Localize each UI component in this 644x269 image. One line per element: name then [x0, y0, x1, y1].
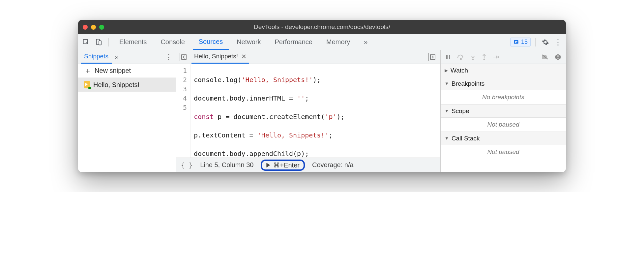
step-icon[interactable] [493, 54, 499, 60]
snippet-item-label: Hello, Snippets! [93, 81, 139, 89]
snippet-item[interactable]: Hello, Snippets! [78, 78, 176, 92]
sources-navigator: Snippets » ⋮ ＋ New snippet Hello, Snippe… [78, 50, 176, 172]
svg-rect-5 [430, 55, 435, 59]
disclosure-triangle-icon: ▶ [445, 68, 448, 73]
show-debugger-icon[interactable] [428, 53, 437, 61]
new-snippet-label: New snippet [95, 67, 131, 75]
line-number: 4 [183, 94, 187, 103]
play-icon [266, 163, 271, 167]
step-into-icon[interactable] [470, 54, 476, 60]
svg-rect-2 [99, 41, 101, 45]
step-over-icon[interactable] [457, 54, 464, 60]
disclosure-triangle-icon: ▼ [445, 81, 449, 86]
svg-point-8 [460, 58, 461, 60]
navigator-tabs: Snippets » ⋮ [78, 50, 176, 64]
line-number: 1 [183, 66, 187, 75]
code-content[interactable]: console.log('Hello, Snippets!'); documen… [190, 64, 348, 158]
tab-elements[interactable]: Elements [113, 34, 153, 50]
tab-sources[interactable]: Sources [193, 34, 229, 50]
file-tab-label: Hello, Snippets! [194, 53, 238, 60]
callstack-section-body: Not paused [441, 145, 566, 159]
issues-badge[interactable]: 15 [510, 38, 531, 46]
run-snippet-button[interactable]: ⌘+Enter [261, 160, 305, 171]
svg-point-9 [472, 58, 474, 60]
main-tabstrip: Elements Console Sources Network Perform… [78, 34, 566, 50]
inspect-element-icon[interactable] [81, 37, 91, 47]
editor-tabbar: Hello, Snippets! ✕ [176, 50, 440, 64]
line-number: 3 [183, 84, 187, 94]
svg-rect-13 [558, 58, 559, 59]
divider [108, 38, 109, 46]
hide-navigator-icon[interactable] [180, 53, 188, 61]
watch-section-title: Watch [451, 67, 468, 74]
snippets-tab[interactable]: Snippets [81, 50, 112, 64]
pretty-print-icon[interactable]: { } [181, 161, 193, 169]
pause-on-exceptions-icon[interactable] [555, 54, 561, 60]
devtools-body: Snippets » ⋮ ＋ New snippet Hello, Snippe… [78, 50, 566, 172]
scope-section-title: Scope [452, 107, 469, 115]
svg-rect-12 [558, 55, 559, 57]
text-cursor [309, 151, 309, 158]
editor-pane: Hello, Snippets! ✕ 1 2 3 4 5 console.log… [176, 50, 441, 172]
svg-point-11 [498, 56, 499, 58]
file-tab-hello-snippets[interactable]: Hello, Snippets! ✕ [191, 50, 249, 64]
svg-rect-4 [182, 55, 186, 59]
scope-section-header[interactable]: ▼ Scope [441, 105, 566, 118]
tab-network[interactable]: Network [231, 34, 267, 50]
svg-rect-3 [514, 40, 518, 44]
line-gutter: 1 2 3 4 5 [176, 64, 190, 158]
window-titlebar: DevTools - developer.chrome.com/docs/dev… [78, 20, 566, 34]
line-number: 5 [183, 103, 187, 112]
close-tab-icon[interactable]: ✕ [241, 53, 247, 60]
breakpoints-section-title: Breakpoints [452, 80, 484, 87]
svg-point-10 [483, 58, 485, 60]
editor-statusbar: { } Line 5, Column 30 ⌘+Enter Coverage: … [176, 158, 440, 172]
cursor-position: Line 5, Column 30 [200, 161, 253, 169]
run-shortcut-label: ⌘+Enter [273, 161, 299, 169]
devtools-window: DevTools - developer.chrome.com/docs/dev… [78, 20, 566, 172]
callstack-section-header[interactable]: ▼ Call Stack [441, 132, 566, 145]
tab-memory[interactable]: Memory [320, 34, 356, 50]
fullscreen-window-icon[interactable] [99, 25, 104, 30]
issues-count-text: 15 [521, 39, 528, 45]
callstack-section-title: Call Stack [452, 135, 480, 142]
plus-icon: ＋ [84, 66, 91, 76]
traffic-lights [83, 25, 104, 30]
snippet-file-icon [84, 81, 90, 88]
minimize-window-icon[interactable] [91, 25, 96, 30]
tabs-overflow-icon[interactable]: » [358, 34, 373, 50]
step-out-icon[interactable] [482, 54, 487, 60]
deactivate-breakpoints-icon[interactable] [542, 54, 549, 60]
debugger-toolbar [441, 50, 566, 64]
svg-rect-7 [449, 55, 450, 59]
disclosure-triangle-icon: ▼ [445, 108, 449, 113]
disclosure-triangle-icon: ▼ [445, 136, 449, 141]
tab-performance[interactable]: Performance [269, 34, 319, 50]
kebab-menu-icon[interactable]: ⋮ [553, 37, 563, 47]
watch-section-header[interactable]: ▶ Watch [441, 64, 566, 77]
pause-icon[interactable] [445, 54, 451, 60]
code-editor[interactable]: 1 2 3 4 5 console.log('Hello, Snippets!'… [176, 64, 440, 158]
navigator-menu-icon[interactable]: ⋮ [164, 53, 173, 61]
scope-section-body: Not paused [441, 118, 566, 132]
line-number: 2 [183, 75, 187, 84]
breakpoints-section-header[interactable]: ▼ Breakpoints [441, 77, 566, 90]
svg-rect-6 [446, 55, 448, 59]
breakpoints-section-body: No breakpoints [441, 90, 566, 105]
coverage-status: Coverage: n/a [312, 161, 354, 169]
divider [535, 38, 536, 46]
settings-gear-icon[interactable] [540, 37, 551, 47]
new-snippet-button[interactable]: ＋ New snippet [78, 64, 176, 78]
tab-console[interactable]: Console [155, 34, 190, 50]
debugger-pane: ▶ Watch ▼ Breakpoints No breakpoints ▼ S… [441, 50, 566, 172]
navigator-overflow-icon[interactable]: » [112, 50, 122, 64]
device-toggle-icon[interactable] [93, 37, 104, 47]
close-window-icon[interactable] [83, 25, 88, 30]
window-title: DevTools - developer.chrome.com/docs/dev… [78, 23, 566, 31]
